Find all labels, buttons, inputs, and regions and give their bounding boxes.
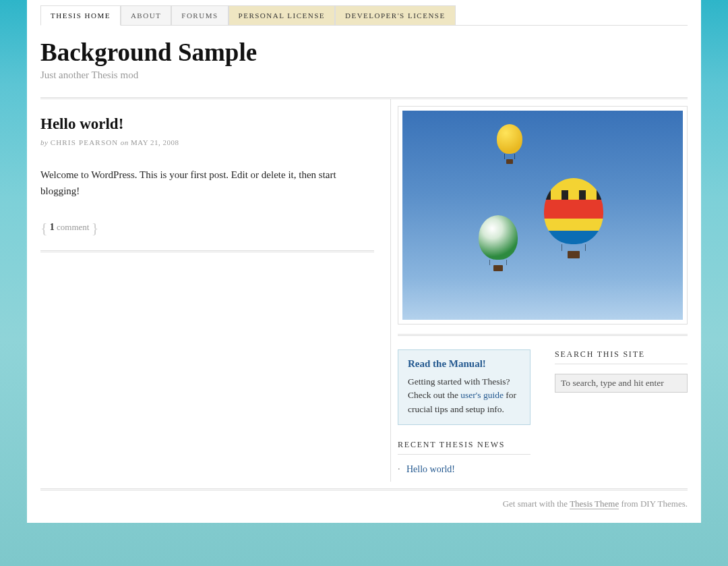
- byline-author[interactable]: CHRIS PEARSON: [51, 138, 119, 146]
- main-columns: Hello world! by CHRIS PEARSON on MAY 21,…: [40, 99, 688, 482]
- bullet-icon: ·: [398, 464, 400, 474]
- search-input[interactable]: [555, 374, 688, 393]
- sidebar-divider: [398, 334, 688, 336]
- sidebar-col-right: SEARCH THIS SITE: [555, 349, 688, 475]
- footer-link[interactable]: Thesis Theme: [570, 499, 619, 509]
- sidebar-column: Read the Manual! Getting started with Th…: [391, 99, 688, 482]
- footer-pre: Get smart with the: [503, 499, 570, 509]
- sidebar-image-box: [398, 106, 688, 324]
- site-title[interactable]: Background Sample: [40, 38, 688, 67]
- manual-body: Getting started with Thesis? Check out t…: [408, 375, 520, 416]
- site-header: Background Sample Just another Thesis mo…: [40, 38, 688, 81]
- brace-left-icon: {: [40, 219, 48, 236]
- search-widget-title: SEARCH THIS SITE: [555, 349, 688, 364]
- post-divider: [40, 250, 374, 252]
- news-widget-title: RECENT THESIS NEWS: [398, 440, 530, 455]
- comments-word: comment: [57, 222, 89, 232]
- primary-nav: THESIS HOME ABOUT FORUMS PERSONAL LICENS…: [40, 5, 688, 26]
- byline-date: MAY 21, 2008: [131, 138, 179, 146]
- post-title[interactable]: Hello world!: [40, 115, 374, 133]
- post-body: Welcome to WordPress. This is your first…: [40, 167, 374, 199]
- footer-divider: [40, 488, 688, 490]
- comments-link[interactable]: { 1 comment }: [40, 219, 374, 237]
- hot-air-balloons-image: [402, 111, 683, 320]
- balloon-green-icon: [479, 215, 518, 271]
- nav-item-forums[interactable]: FORUMS: [171, 5, 228, 25]
- manual-title: Read the Manual!: [408, 358, 520, 370]
- manual-link[interactable]: user's guide: [460, 390, 504, 400]
- nav-item-developers-license[interactable]: DEVELOPER'S LICENSE: [335, 5, 456, 25]
- nav-item-about[interactable]: ABOUT: [121, 5, 171, 25]
- page-container: THESIS HOME ABOUT FORUMS PERSONAL LICENS…: [27, 0, 701, 523]
- nav-item-personal-license[interactable]: PERSONAL LICENSE: [229, 5, 335, 25]
- site-tagline: Just another Thesis mod: [40, 69, 688, 81]
- post-byline: by CHRIS PEARSON on MAY 21, 2008: [40, 138, 374, 146]
- brace-right-icon: }: [92, 219, 99, 236]
- balloon-yellow-icon: [497, 124, 522, 164]
- byline-prefix: by: [40, 138, 48, 146]
- nav-item-home[interactable]: THESIS HOME: [40, 5, 121, 26]
- byline-on: on: [121, 138, 129, 146]
- footer-post: from DIY Themes.: [619, 499, 688, 509]
- manual-callout: Read the Manual! Getting started with Th…: [398, 349, 530, 425]
- news-item: · Hello world!: [398, 464, 530, 475]
- footer: Get smart with the Thesis Theme from DIY…: [40, 499, 688, 509]
- sidebar-col-left: Read the Manual! Getting started with Th…: [398, 349, 530, 475]
- comments-count: 1: [50, 222, 55, 232]
- news-item-link[interactable]: Hello world!: [406, 464, 455, 474]
- balloon-multicolor-icon: [544, 178, 603, 258]
- content-column: Hello world! by CHRIS PEARSON on MAY 21,…: [40, 99, 391, 482]
